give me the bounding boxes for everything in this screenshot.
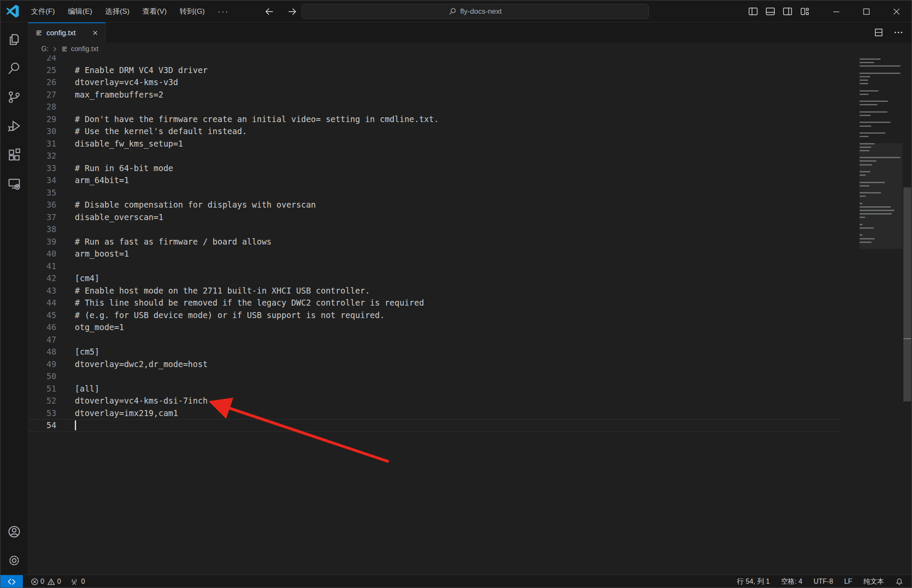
code-line-27[interactable]: 27max_framebuffers=2 [28,89,912,101]
code-line-54[interactable]: 54 [28,419,912,432]
line-text: arm_64bit=1 [56,174,129,187]
menu-item-4[interactable]: 转到(G) [173,0,212,22]
breadcrumb: G: config.txt [28,43,912,55]
minimap-line [860,108,903,111]
menu-item-5[interactable]: ··· [211,0,235,22]
code-line-28[interactable]: 28 [28,101,912,113]
code-line-32[interactable]: 32 [28,150,912,162]
code-line-41[interactable]: 41 [28,260,912,273]
line-text [56,101,75,113]
code-line-31[interactable]: 31disable_fw_kms_setup=1 [28,138,912,150]
account-button[interactable] [0,517,28,546]
breadcrumb-file[interactable]: config.txt [61,45,98,53]
code-line-24[interactable]: 24 [28,55,912,64]
notifications-bell-button[interactable] [890,575,909,588]
activity-source-control-button[interactable] [0,83,28,111]
line-text: # Disable compensation for displays with… [56,199,316,211]
code-line-46[interactable]: 46otg_mode=1 [28,321,912,334]
tab-close-button[interactable] [90,28,100,38]
minimize-button[interactable] [821,0,851,22]
account-icon [7,524,21,539]
code-line-47[interactable]: 47 [28,334,912,346]
code-line-37[interactable]: 37disable_overscan=1 [28,211,912,224]
statusbar-right: 行 54, 列 1 空格: 4 UTF-8 LF 纯文本 [731,575,912,588]
maximize-button[interactable] [851,0,881,22]
code-line-26[interactable]: 26dtoverlay=vc4-kms-v3d [28,76,912,89]
search-icon [448,7,457,15]
code-lines: 2425# Enable DRM VC4 V3D driver26dtoverl… [28,55,912,432]
code-line-50[interactable]: 50 [28,370,912,383]
tab-bar: config.txt [28,22,912,43]
code-line-42[interactable]: 42[cm4] [28,272,912,285]
menu-item-1[interactable]: 编辑(E) [61,0,99,22]
minimap-line [860,73,903,76]
minimap-line [860,115,903,118]
code-line-34[interactable]: 34arm_64bit=1 [28,174,912,187]
warning-icon [47,578,55,586]
toggle-secondary-sidebar-button[interactable] [782,6,793,17]
code-line-36[interactable]: 36# Disable compensation for displays wi… [28,199,912,211]
code-line-48[interactable]: 48[cm5] [28,346,912,358]
split-editor-button[interactable] [873,27,884,38]
line-number: 29 [28,113,56,126]
activity-explorer-button[interactable] [0,25,28,54]
command-center-search[interactable]: fly-docs-next [301,4,649,19]
activity-search-button[interactable] [0,54,28,83]
nav-back-button[interactable] [262,4,276,19]
settings-button[interactable] [0,546,28,575]
problems-button[interactable]: 0 0 [26,575,65,588]
text-file-icon [35,29,43,37]
activity-remote-explorer-button[interactable] [0,169,28,198]
minimap-line [860,122,903,125]
remote-indicator-button[interactable] [0,575,23,588]
encoding-indicator[interactable]: UTF-8 [808,575,838,588]
customize-layout-button[interactable] [799,6,810,17]
toggle-panel-button[interactable] [765,6,776,17]
close-window-button[interactable] [881,0,912,22]
code-line-44[interactable]: 44# This line should be removed if the l… [28,297,912,309]
code-line-40[interactable]: 40arm_boost=1 [28,248,912,260]
line-text: # Run as fast as firmware / board allows [56,236,272,248]
code-line-35[interactable]: 35 [28,187,912,199]
broadcast-antenna-icon [70,578,79,586]
more-actions-button[interactable] [893,27,904,38]
code-line-45[interactable]: 45# (e.g. for USB device mode) or if USB… [28,309,912,322]
indentation-indicator[interactable]: 空格: 4 [775,575,808,588]
line-number: 37 [28,211,56,224]
menu-item-3[interactable]: 查看(V) [136,0,173,22]
code-line-38[interactable]: 38 [28,223,912,236]
code-line-33[interactable]: 33# Run in 64-bit mode [28,162,912,175]
nav-forward-button[interactable] [285,4,300,19]
warning-count: 0 [57,578,61,585]
minimap[interactable] [860,58,903,248]
line-col-indicator[interactable]: 行 54, 列 1 [731,575,775,588]
toggle-sidebar-button[interactable] [747,6,758,17]
code-line-39[interactable]: 39# Run as fast as firmware / board allo… [28,236,912,248]
line-text: # Enable host mode on the 2711 built-in … [56,285,370,297]
breadcrumb-drive[interactable]: G: [41,45,49,53]
minimap-slider[interactable] [860,143,903,249]
code-line-51[interactable]: 51[all] [28,383,912,395]
code-line-43[interactable]: 43# Enable host mode on the 2711 built-i… [28,285,912,297]
text-file-icon [61,46,68,52]
line-text: max_framebuffers=2 [56,89,163,101]
titlebar-right-controls [747,0,912,22]
code-line-30[interactable]: 30# Use the kernel's default instead. [28,125,912,138]
menu-item-0[interactable]: 文件(F) [25,0,61,22]
editor-scrollbar[interactable] [903,55,912,575]
tab-config-txt[interactable]: config.txt [28,22,106,43]
code-line-25[interactable]: 25# Enable DRM VC4 V3D driver [28,64,912,77]
minimap-line [860,129,903,132]
scrollbar-thumb[interactable] [903,187,911,401]
code-line-52[interactable]: 52dtoverlay=vc4-kms-dsi-7inch [28,395,912,407]
eol-indicator[interactable]: LF [838,575,858,588]
code-line-53[interactable]: 53dtoverlay=imx219,cam1 [28,407,912,420]
ports-button[interactable]: 0 [65,575,89,588]
language-mode-indicator[interactable]: 纯文本 [858,575,890,588]
activity-run-debug-button[interactable] [0,111,28,140]
activity-extensions-button[interactable] [0,140,28,169]
code-line-29[interactable]: 29# Don't have the firmware create an in… [28,113,912,126]
menu-item-2[interactable]: 选择(S) [98,0,136,22]
code-line-49[interactable]: 49dtoverlay=dwc2,dr_mode=host [28,358,912,371]
editor-viewport[interactable]: 2425# Enable DRM VC4 V3D driver26dtoverl… [28,55,912,575]
